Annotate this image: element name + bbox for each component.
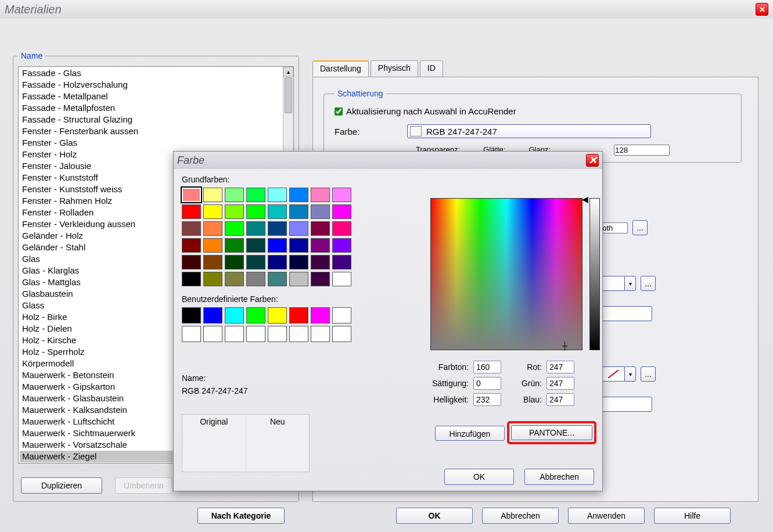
color-swatch[interactable]	[311, 238, 330, 253]
rot-input[interactable]	[547, 361, 574, 373]
add-color-button[interactable]: Hinzufügen	[435, 426, 505, 441]
color-swatch[interactable]	[203, 255, 222, 269]
close-icon[interactable]: ✕	[756, 3, 768, 16]
color-swatch[interactable]	[182, 326, 201, 342]
color-swatch[interactable]	[182, 272, 201, 286]
color-swatch[interactable]	[332, 221, 351, 236]
color-swatch[interactable]	[289, 255, 308, 269]
gruen-input[interactable]	[547, 377, 574, 390]
duplicate-button[interactable]: Duplizieren	[21, 477, 102, 494]
color-swatch[interactable]	[332, 326, 351, 342]
aux-field-3[interactable]	[601, 397, 652, 412]
accurender-checkbox[interactable]	[335, 107, 343, 116]
color-swatch[interactable]	[182, 204, 201, 219]
color-swatch[interactable]	[311, 221, 330, 236]
combo-2[interactable]: ▾	[601, 366, 636, 382]
color-swatch[interactable]	[332, 204, 351, 219]
color-swatch[interactable]	[268, 188, 287, 202]
browse-button-3[interactable]: ...	[641, 366, 656, 382]
list-item[interactable]: Fassade - Metallpanel	[20, 91, 292, 102]
color-swatch[interactable]	[332, 255, 351, 269]
accurender-checkbox-row[interactable]: Aktualisierung nach Auswahl in AccuRende…	[335, 106, 731, 116]
color-swatch[interactable]	[332, 272, 351, 286]
list-item[interactable]: Fassade - Structural Glazing	[20, 114, 292, 125]
color-swatch[interactable]	[268, 238, 287, 253]
chevron-down-icon[interactable]: ▾	[624, 276, 636, 291]
help-button[interactable]: Hilfe	[654, 508, 731, 524]
glanz-input[interactable]	[614, 145, 670, 156]
color-swatch[interactable]	[182, 255, 201, 269]
color-cancel-button[interactable]: Abbrechen	[524, 469, 594, 485]
color-swatch[interactable]	[225, 188, 244, 202]
color-swatch[interactable]	[203, 272, 222, 286]
color-swatch[interactable]	[246, 307, 265, 323]
scroll-thumb[interactable]	[285, 77, 292, 113]
color-swatch[interactable]	[225, 272, 244, 286]
color-swatch[interactable]	[289, 204, 308, 219]
blau-input[interactable]	[547, 393, 574, 406]
hell-input[interactable]	[473, 393, 501, 406]
color-swatch[interactable]	[289, 307, 308, 323]
color-swatch[interactable]	[289, 221, 308, 236]
color-swatch[interactable]	[182, 221, 201, 236]
luminance-slider[interactable]	[589, 198, 600, 350]
color-swatch[interactable]	[332, 188, 351, 202]
list-item[interactable]: Fassade - Metallpfosten	[20, 102, 292, 114]
apply-button[interactable]: Anwenden	[568, 508, 645, 524]
color-swatch[interactable]	[311, 204, 330, 219]
color-swatch[interactable]	[289, 272, 308, 286]
pantone-button[interactable]: PANTONE...	[511, 425, 592, 440]
color-swatch[interactable]	[311, 272, 330, 286]
color-swatch[interactable]	[311, 188, 330, 202]
hue-sat-picker[interactable]: ┼	[430, 198, 583, 350]
close-icon[interactable]: ✕	[586, 154, 599, 167]
color-field[interactable]: RGB 247-247-247	[407, 124, 651, 138]
color-swatch[interactable]	[268, 326, 287, 342]
color-swatch[interactable]	[332, 307, 351, 323]
tab-physisch[interactable]: Physisch	[371, 60, 418, 77]
color-swatch[interactable]	[268, 255, 287, 269]
color-swatch[interactable]	[311, 255, 330, 269]
list-item[interactable]: Fenster - Fensterbank aussen	[20, 125, 292, 137]
by-category-button[interactable]: Nach Kategorie	[197, 508, 285, 524]
color-swatch[interactable]	[225, 307, 244, 323]
list-item[interactable]: Fassade - Glas	[20, 67, 292, 79]
color-swatch[interactable]	[246, 221, 265, 236]
color-swatch[interactable]	[246, 255, 265, 269]
color-swatch[interactable]	[289, 238, 308, 253]
color-swatch[interactable]	[246, 238, 265, 253]
color-swatch[interactable]	[225, 255, 244, 269]
tab-darstellung[interactable]: Darstellung	[312, 60, 369, 77]
color-swatch[interactable]	[182, 307, 201, 323]
aux-field-1[interactable]	[601, 222, 628, 233]
color-swatch[interactable]	[246, 272, 265, 286]
color-swatch[interactable]	[225, 204, 244, 219]
cancel-button[interactable]: Abbrechen	[482, 508, 559, 524]
browse-button-1[interactable]: ...	[632, 220, 648, 235]
tab-id[interactable]: ID	[420, 60, 443, 77]
color-swatch[interactable]	[203, 188, 222, 202]
browse-button-2[interactable]: ...	[641, 276, 656, 291]
color-swatch[interactable]	[182, 238, 201, 253]
color-swatch[interactable]	[332, 238, 351, 253]
color-swatch[interactable]	[225, 221, 244, 236]
color-swatch[interactable]	[268, 204, 287, 219]
saett-input[interactable]	[473, 377, 501, 390]
color-swatch[interactable]	[225, 238, 244, 253]
color-swatch[interactable]	[289, 188, 308, 202]
color-swatch[interactable]	[311, 307, 330, 323]
color-swatch[interactable]	[182, 188, 201, 202]
list-item[interactable]: Fenster - Glas	[20, 137, 292, 149]
color-swatch[interactable]	[246, 188, 265, 202]
combo-1[interactable]: ▾	[601, 276, 636, 291]
color-swatch[interactable]	[246, 326, 265, 342]
color-swatch[interactable]	[203, 221, 222, 236]
scroll-up-icon[interactable]: ▴	[283, 67, 293, 77]
color-swatch[interactable]	[203, 204, 222, 219]
aux-field-2[interactable]	[601, 306, 652, 321]
color-swatch[interactable]	[289, 326, 308, 342]
farbton-input[interactable]	[473, 361, 501, 373]
color-swatch[interactable]	[268, 221, 287, 236]
ok-button[interactable]: OK	[396, 508, 473, 524]
color-swatch[interactable]	[203, 326, 222, 342]
